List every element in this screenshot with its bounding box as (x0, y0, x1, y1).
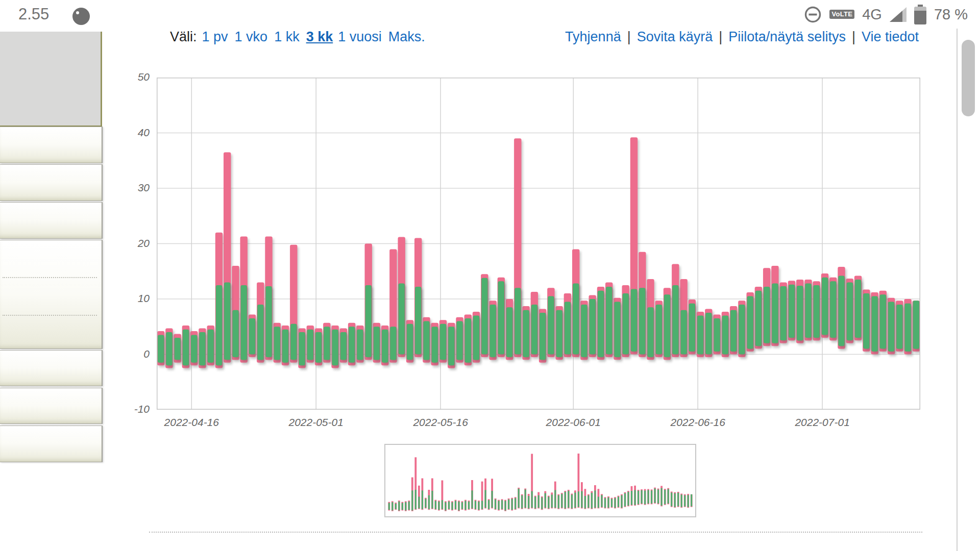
separator: | (627, 29, 631, 44)
sidebar-row[interactable] (0, 202, 103, 239)
range-option-maks-[interactable]: Maks. (388, 29, 425, 44)
sidebar-dotted-divider (3, 315, 97, 316)
range-selector: Väli:1 pv1 vko1 kk3 kk1 vuosiMaks. (170, 29, 432, 45)
y-axis-label: -10 (94, 403, 150, 415)
y-axis-label: 0 (94, 348, 150, 360)
separator: | (719, 29, 722, 44)
volte-badge: VoLTE (829, 10, 854, 19)
sidebar-row[interactable] (0, 425, 103, 462)
range-option-3-kk[interactable]: 3 kk (306, 29, 333, 44)
sidebar-dotted-divider (3, 277, 97, 278)
sidebar-row-tall[interactable] (0, 240, 103, 349)
status-bar: 2.55 VoLTE 4G 78 % (0, 0, 980, 29)
action-piilota-n-yt-selitys[interactable]: Piilota/näytä selitys (728, 29, 846, 44)
x-axis-label: 2022-05-16 (400, 416, 481, 429)
range-label: Väli: (170, 29, 197, 44)
action-vie-tiedot[interactable]: Vie tiedot (862, 29, 919, 44)
battery-percent-label: 78 % (934, 6, 968, 23)
y-axis-label: 50 (94, 71, 150, 83)
page: 2.55 VoLTE 4G 78 % (0, 0, 980, 551)
y-axis-label: 20 (94, 237, 150, 249)
range-option-1-vko[interactable]: 1 vko (235, 29, 268, 44)
signal-icon (890, 7, 906, 22)
action-tyhjenn-[interactable]: Tyhjennä (565, 29, 621, 44)
navigator-chart[interactable] (384, 444, 696, 517)
clock-label: 2.55 (18, 5, 49, 23)
range-option-1-kk[interactable]: 1 kk (274, 29, 300, 44)
notification-circle-icon (71, 7, 91, 26)
main-chart[interactable] (157, 78, 920, 410)
do-not-disturb-icon (804, 6, 822, 23)
sidebar-row[interactable] (0, 350, 103, 386)
sidebar-panel-gray (0, 32, 102, 127)
range-option-1-vuosi[interactable]: 1 vuosi (338, 29, 382, 44)
network-type-label: 4G (862, 6, 882, 23)
separator: | (852, 29, 855, 44)
y-axis-label: 30 (94, 182, 150, 194)
y-axis-label: 10 (94, 292, 150, 305)
x-axis-label: 2022-04-16 (151, 416, 232, 429)
sidebar-row[interactable] (0, 164, 103, 201)
x-axis-label: 2022-06-16 (657, 416, 739, 429)
status-icons: VoLTE 4G 78 % (804, 0, 968, 29)
range-option-1-pv[interactable]: 1 pv (202, 29, 228, 44)
x-axis-label: 2022-07-01 (781, 416, 863, 429)
range-options: 1 pv1 vko1 kk3 kk1 vuosiMaks. (202, 29, 432, 44)
battery-icon (914, 4, 926, 24)
sidebar-row[interactable] (0, 388, 103, 424)
x-axis-label: 2022-06-01 (532, 416, 614, 429)
right-divider (957, 29, 958, 551)
x-axis-label: 2022-05-01 (275, 416, 357, 429)
sidebar-row[interactable] (0, 127, 103, 163)
scrollbar-thumb[interactable] (962, 40, 975, 116)
chart-actions: Tyhjennä|Sovita käyrä|Piilota/näytä seli… (565, 29, 919, 45)
y-axis-label: 40 (94, 127, 150, 139)
action-sovita-k-yr-[interactable]: Sovita käyrä (637, 29, 713, 44)
bottom-dotted-divider (149, 532, 922, 533)
